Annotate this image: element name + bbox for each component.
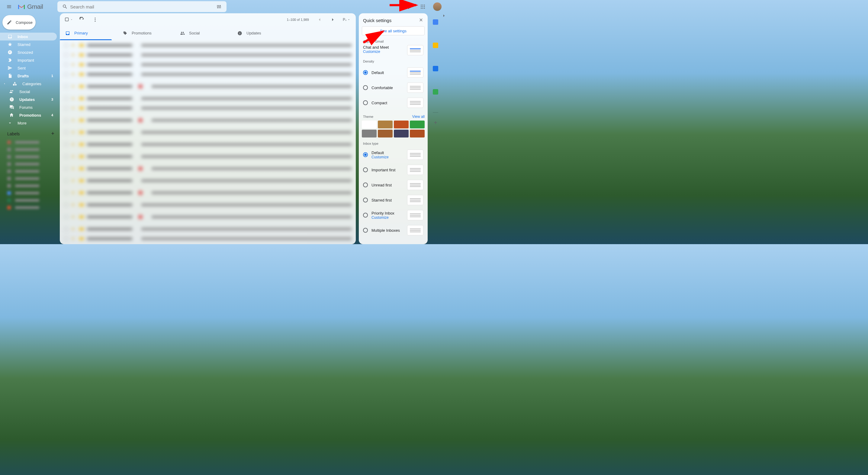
label-item[interactable] [0, 160, 60, 168]
row-checkbox[interactable] [64, 118, 68, 122]
row-checkbox[interactable] [64, 130, 68, 135]
chat-meet-customize-link[interactable]: Customize [363, 50, 389, 54]
theme-swatch[interactable] [378, 130, 393, 138]
label-item[interactable] [0, 197, 60, 204]
main-menu-button[interactable] [3, 1, 15, 13]
sidebar-item-forums[interactable]: Forums [0, 103, 57, 111]
inbox-type-important-first[interactable]: Important first [362, 162, 425, 177]
sidebar-item-inbox[interactable]: Inbox [0, 33, 57, 40]
search-input[interactable] [70, 4, 214, 9]
add-label-button[interactable]: + [51, 130, 54, 137]
importance-marker[interactable] [79, 54, 84, 57]
inbox-type-default[interactable]: DefaultCustomize [362, 147, 425, 162]
row-checkbox[interactable] [64, 154, 68, 159]
theme-swatch[interactable] [394, 121, 409, 128]
close-quick-settings-button[interactable] [418, 18, 424, 23]
row-checkbox[interactable] [64, 191, 68, 195]
star-icon[interactable]: ★ [71, 130, 76, 135]
inbox-type-unread-first[interactable]: Unread first [362, 177, 425, 192]
sidebar-item-important[interactable]: Important [0, 56, 57, 64]
row-checkbox[interactable] [64, 106, 68, 110]
inbox-type-starred-first[interactable]: Starred first [362, 192, 425, 208]
compose-button[interactable]: Compose [2, 15, 36, 30]
sidebar-item-categories[interactable]: Categories [0, 80, 57, 88]
email-row[interactable]: ★ [60, 79, 356, 94]
importance-marker[interactable] [79, 155, 84, 158]
email-row[interactable]: ★ [60, 234, 356, 243]
star-icon[interactable]: ★ [71, 84, 76, 89]
importance-marker[interactable] [79, 85, 84, 88]
select-all-checkbox[interactable] [64, 15, 73, 24]
side-app-tasks[interactable] [433, 66, 438, 71]
label-item[interactable] [0, 204, 60, 211]
email-row[interactable]: ★ [60, 137, 356, 152]
importance-marker[interactable] [79, 167, 84, 170]
account-avatar[interactable] [431, 1, 443, 13]
input-tools-button[interactable]: Pᵥ [342, 18, 351, 22]
theme-swatch[interactable] [410, 130, 425, 138]
label-item[interactable] [0, 182, 60, 189]
row-checkbox[interactable] [64, 72, 68, 77]
email-row[interactable]: ★ [60, 40, 356, 50]
importance-marker[interactable] [79, 107, 84, 110]
side-app-keep[interactable] [433, 42, 438, 48]
row-checkbox[interactable] [64, 84, 68, 89]
importance-marker[interactable] [79, 63, 84, 66]
star-icon[interactable]: ★ [71, 236, 76, 241]
row-checkbox[interactable] [64, 96, 68, 100]
label-item[interactable] [0, 139, 60, 146]
importance-marker[interactable] [79, 73, 84, 76]
inbox-type-priority-inbox[interactable]: Priority InboxCustomize [362, 208, 425, 223]
row-checkbox[interactable] [64, 227, 68, 231]
importance-marker[interactable] [79, 119, 84, 122]
google-apps-button[interactable] [417, 1, 429, 13]
search-bar[interactable] [57, 1, 226, 12]
theme-swatch[interactable] [410, 121, 425, 128]
importance-marker[interactable] [79, 44, 84, 47]
density-option-default[interactable]: Default [362, 65, 425, 80]
more-button[interactable] [91, 15, 100, 24]
row-checkbox[interactable] [64, 142, 68, 147]
inbox-type-customize-link[interactable]: Customize [371, 215, 403, 220]
tab-updates[interactable]: Updates [232, 26, 289, 40]
tab-promotions[interactable]: Promotions [117, 26, 175, 40]
email-row[interactable]: ★ [60, 94, 356, 103]
star-icon[interactable]: ★ [71, 190, 76, 195]
inbox-type-customize-link[interactable]: Customize [371, 155, 403, 159]
settings-gear-button[interactable] [402, 1, 414, 13]
collapse-sidepanel-button[interactable] [441, 13, 446, 244]
star-icon[interactable]: ★ [71, 118, 76, 122]
prev-page-button[interactable] [315, 15, 324, 24]
sidebar-item-social[interactable]: Social [0, 88, 57, 95]
importance-marker[interactable] [79, 97, 84, 100]
importance-marker[interactable] [79, 131, 84, 134]
sidebar-item-promotions[interactable]: Promotions4 [0, 111, 57, 119]
tab-social[interactable]: Social [175, 26, 232, 40]
search-options-icon[interactable] [214, 4, 224, 9]
density-option-comfortable[interactable]: Comfortable [362, 80, 425, 95]
side-app-calendar[interactable] [433, 19, 438, 25]
theme-view-all-link[interactable]: View all [412, 115, 425, 119]
star-icon[interactable]: ★ [71, 142, 76, 147]
star-icon[interactable]: ★ [71, 72, 76, 77]
inbox-type-multiple-inboxes[interactable]: Multiple Inboxes [362, 223, 425, 238]
row-checkbox[interactable] [64, 43, 68, 48]
row-checkbox[interactable] [64, 215, 68, 219]
density-option-compact[interactable]: Compact [362, 95, 425, 110]
label-item[interactable] [0, 153, 60, 160]
importance-marker[interactable] [79, 191, 84, 194]
star-icon[interactable]: ★ [71, 227, 76, 231]
sidebar-item-sent[interactable]: Sent [0, 64, 57, 72]
star-icon[interactable]: ★ [71, 214, 76, 219]
star-icon[interactable]: ★ [71, 178, 76, 183]
gmail-logo[interactable]: Gmail [18, 3, 43, 10]
email-row[interactable]: ★ [60, 113, 356, 127]
star-icon[interactable]: ★ [71, 106, 76, 110]
theme-swatch[interactable] [378, 121, 393, 128]
label-item[interactable] [0, 175, 60, 182]
tab-primary[interactable]: Primary [60, 26, 117, 40]
email-row[interactable]: ★ [60, 152, 356, 161]
label-item[interactable] [0, 146, 60, 153]
row-checkbox[interactable] [64, 179, 68, 183]
email-row[interactable]: ★ [60, 60, 356, 69]
